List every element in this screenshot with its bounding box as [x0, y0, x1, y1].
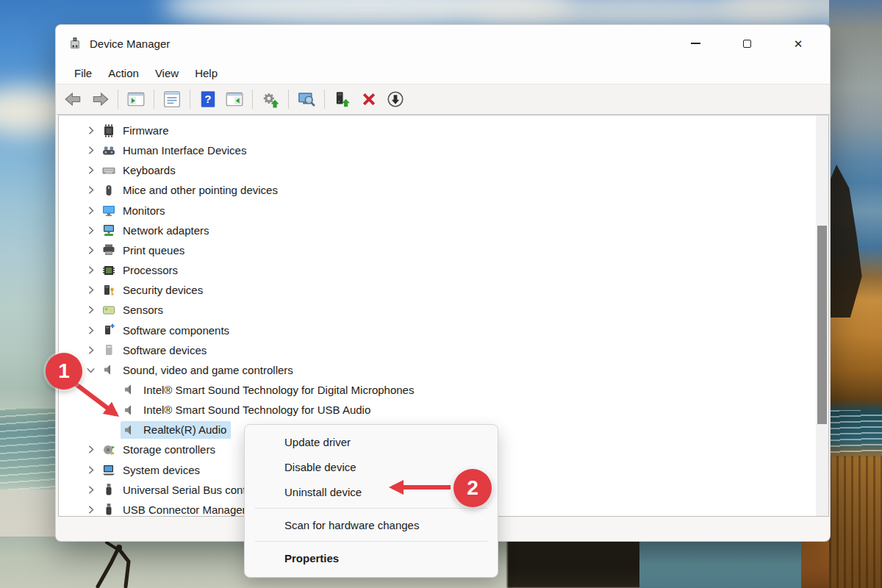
chevron-right-icon[interactable]	[81, 143, 100, 158]
scrollbar-thumb[interactable]	[817, 226, 827, 424]
network-icon	[101, 223, 116, 237]
tree-item-human-interface-devices[interactable]: Human Interface Devices	[59, 140, 815, 160]
toolbar-separator	[252, 90, 253, 109]
tree-item-label: Processors	[123, 264, 178, 276]
menu-action[interactable]: Action	[100, 65, 147, 82]
tree-item-network-adapters[interactable]: Network adapters	[59, 220, 815, 240]
chevron-right-icon[interactable]	[81, 502, 100, 517]
uninstall-device-icon[interactable]	[357, 87, 381, 111]
chevron-right-icon[interactable]	[81, 243, 100, 257]
context-menu-item-scan-for-hardware-changes[interactable]: Scan for hardware changes	[245, 512, 498, 537]
monitor-icon	[101, 203, 116, 218]
tree-item-keyboards[interactable]: Keyboards	[59, 160, 815, 180]
tree-item-monitors[interactable]: Monitors	[59, 201, 815, 220]
wave-foam	[829, 410, 882, 453]
tree-item-software-devices[interactable]: Software devices	[59, 340, 815, 360]
tree-item-label: Storage controllers	[123, 443, 215, 456]
usb-icon	[101, 482, 116, 497]
close-icon: ✕	[794, 38, 803, 49]
context-menu-item-uninstall-device[interactable]: Uninstall device	[245, 479, 498, 504]
chevron-right-icon[interactable]	[81, 123, 100, 138]
chevron-right-icon[interactable]	[81, 223, 100, 237]
tree-item-sensors[interactable]: Sensors	[59, 300, 815, 320]
tree-item-label: Mice and other pointing devices	[123, 184, 278, 196]
context-menu-item-update-driver[interactable]: Update driver	[245, 429, 498, 454]
processor-icon	[101, 263, 116, 278]
tree-item-sound-video-and-game-controllers[interactable]: Sound, video and game controllers	[59, 360, 815, 380]
chevron-right-icon[interactable]	[81, 183, 100, 198]
tree-item-processors[interactable]: Processors	[59, 260, 815, 280]
title-bar[interactable]: Device Manager ✕	[56, 25, 830, 62]
menu-help[interactable]: Help	[187, 65, 226, 82]
toolbar-separator	[288, 90, 289, 109]
software-component-icon	[101, 323, 116, 337]
storage-icon	[101, 442, 116, 457]
chevron-right-icon[interactable]	[81, 303, 100, 318]
disable-device-icon[interactable]	[384, 87, 407, 111]
chevron-right-icon[interactable]	[81, 442, 100, 457]
show-console-tree-icon[interactable]	[124, 87, 148, 111]
context-menu-item-disable-device[interactable]: Disable device	[245, 454, 498, 479]
tree-item-security-devices[interactable]: Security devices	[59, 280, 815, 300]
close-button[interactable]: ✕	[781, 25, 815, 62]
cliff-scenery	[829, 0, 882, 588]
tree-item-label: Keyboards	[123, 164, 176, 176]
chevron-right-icon[interactable]	[81, 283, 100, 298]
tree-item-label: Security devices	[123, 284, 203, 296]
window-title: Device Manager	[90, 37, 170, 50]
context-menu-item-properties[interactable]: Properties	[245, 545, 498, 570]
tree-item-label: Software devices	[123, 344, 207, 356]
tree-item-label: System devices	[123, 464, 200, 476]
toolbar: ?	[56, 84, 830, 115]
firmware-icon	[101, 123, 116, 138]
software-device-icon	[101, 343, 116, 357]
tree-item-label: USB Connector Managers	[123, 503, 251, 516]
back-icon[interactable]	[62, 87, 85, 111]
tree-item-software-components[interactable]: Software components	[59, 320, 815, 340]
tree-item-mice-and-other-pointing-devices[interactable]: Mice and other pointing devices	[59, 180, 815, 200]
speaker-icon	[122, 382, 137, 397]
security-icon	[101, 283, 116, 298]
toolbar-separator	[118, 90, 118, 109]
help-icon[interactable]: ?	[196, 87, 220, 111]
minimize-icon	[691, 43, 700, 44]
tree-item-intel-smart-sound-technology-for-digital-microphones[interactable]: Intel® Smart Sound Technology for Digita…	[59, 380, 815, 400]
tree-item-intel-smart-sound-technology-for-usb-audio[interactable]: Intel® Smart Sound Technology for USB Au…	[59, 400, 815, 420]
printer-icon	[101, 243, 116, 257]
menu-bar: File Action View Help	[56, 62, 830, 84]
speaker-icon	[122, 403, 137, 417]
tree-item-label: Print queues	[123, 244, 184, 257]
sensor-icon	[101, 303, 116, 318]
system-icon	[101, 462, 116, 477]
chevron-right-icon[interactable]	[81, 343, 100, 357]
update-driver-device-icon[interactable]	[331, 87, 354, 111]
tree-item-label: Intel® Smart Sound Technology for Digita…	[143, 384, 414, 396]
chevron-right-icon[interactable]	[81, 482, 100, 497]
update-driver-icon[interactable]	[259, 87, 282, 111]
tree-item-label: Firmware	[123, 124, 169, 137]
forward-icon[interactable]	[88, 87, 112, 111]
menu-file[interactable]: File	[66, 65, 100, 82]
tree-item-print-queues[interactable]: Print queues	[59, 240, 815, 260]
chevron-right-icon[interactable]	[81, 323, 100, 337]
chevron-down-icon[interactable]	[81, 362, 100, 377]
tree-item-label: Software components	[123, 324, 229, 337]
maximize-button[interactable]	[730, 25, 764, 62]
sea-waves	[0, 409, 59, 490]
scan-hardware-changes-icon[interactable]	[295, 87, 318, 111]
menu-view[interactable]: View	[147, 65, 187, 82]
minimize-button[interactable]	[678, 25, 712, 62]
chevron-right-icon[interactable]	[81, 263, 100, 278]
device-manager-app-icon	[68, 36, 82, 51]
context-menu-separator	[255, 508, 487, 509]
chevron-right-icon[interactable]	[81, 203, 100, 218]
tree-item-firmware[interactable]: Firmware	[59, 121, 815, 140]
vertical-scrollbar[interactable]	[816, 115, 828, 516]
show-action-pane-icon[interactable]	[223, 87, 246, 111]
properties-icon[interactable]	[160, 87, 184, 111]
context-menu: Update driverDisable deviceUninstall dev…	[244, 424, 498, 578]
maximize-icon	[743, 40, 751, 48]
speaker-icon	[101, 362, 116, 377]
chevron-right-icon[interactable]	[81, 163, 100, 178]
chevron-right-icon[interactable]	[81, 462, 100, 477]
